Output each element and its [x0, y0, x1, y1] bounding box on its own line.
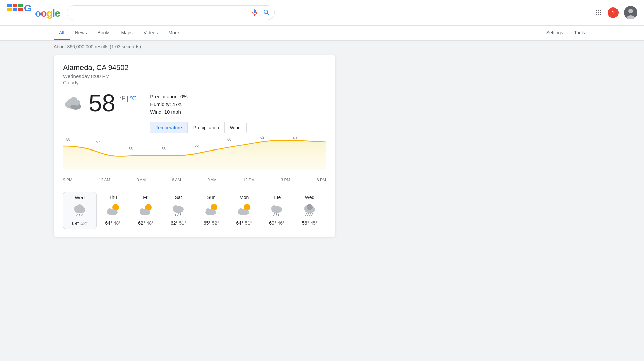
avatar-icon: [624, 6, 637, 19]
main-content: Alameda, CA 94502 Wednesday 8:00 PM Clou…: [0, 55, 644, 237]
google-logo-svg: G G: [7, 3, 38, 23]
day-low-sun: 52°: [212, 220, 219, 226]
svg-point-9: [628, 9, 633, 13]
chart-tab-precipitation[interactable]: Precipitation: [188, 122, 225, 133]
temperature-chart: 58 57 53 53 55 60 62 61: [63, 136, 326, 176]
temp-units: °F | °C: [119, 95, 137, 102]
time-label-9am: 9 AM: [208, 178, 217, 182]
notification-badge[interactable]: 1: [608, 7, 619, 18]
svg-line-40: [180, 214, 181, 216]
weather-condition: Cloudy: [63, 80, 326, 85]
chart-time-labels: 9 PM 12 AM 3 AM 6 AM 9 AM 12 PM 3 PM 6 P…: [63, 178, 326, 182]
tab-news-label: News: [75, 30, 87, 35]
day-temps-wed-next: 56° 45°: [302, 220, 317, 226]
forecast-day-wed-next[interactable]: Wed 56° 45°: [293, 192, 326, 229]
tab-tools-label: Tools: [574, 30, 585, 35]
tab-books-label: Books: [98, 30, 111, 35]
chart-tab-wind[interactable]: Wind: [225, 122, 246, 133]
day-low-tue: 46°: [277, 220, 284, 226]
day-icon-sun: [203, 202, 219, 218]
unit-fahrenheit[interactable]: °F: [119, 95, 125, 102]
tab-maps-label: Maps: [121, 30, 133, 35]
mic-icon[interactable]: [251, 9, 259, 17]
day-temps-sun: 65° 52°: [204, 220, 219, 226]
tab-videos-label: Videos: [144, 30, 158, 35]
day-name-tue: Tue: [273, 195, 281, 200]
time-label-3am: 3 AM: [137, 178, 146, 182]
time-label-12am: 12 AM: [99, 178, 110, 182]
day-icon-wed-next: [302, 202, 318, 218]
unit-celsius[interactable]: °C: [130, 95, 137, 102]
day-icon-thu: [105, 202, 121, 218]
heavy-rain-icon-wed: [302, 203, 317, 218]
svg-rect-4: [13, 8, 17, 11]
forecast-day-fri[interactable]: Fri 62° 48°: [129, 192, 162, 229]
tab-tools[interactable]: Tools: [569, 26, 590, 40]
weather-card: Alameda, CA 94502 Wednesday 8:00 PM Clou…: [54, 55, 335, 237]
svg-line-49: [274, 214, 274, 216]
tab-maps[interactable]: Maps: [116, 26, 138, 40]
search-submit-icon[interactable]: [263, 9, 271, 17]
unit-separator: |: [127, 95, 128, 102]
results-info: About 366,000,000 results (1.03 seconds): [0, 41, 644, 53]
partly-cloudy-sun-icon-mon: [237, 203, 252, 218]
user-avatar[interactable]: [624, 6, 637, 19]
day-high-wed: 69°: [72, 221, 79, 226]
tab-books[interactable]: Books: [92, 26, 116, 40]
day-high-mon: 64°: [236, 220, 243, 226]
svg-rect-0: [7, 4, 12, 7]
forecast-day-tue[interactable]: Tue 60° 46°: [261, 192, 293, 229]
day-temps-fri: 62° 48°: [138, 220, 153, 226]
time-label-6pm: 6 PM: [317, 178, 326, 182]
day-high-sun: 65°: [204, 220, 211, 226]
svg-rect-5: [18, 8, 23, 11]
day-low-wed: 52°: [80, 221, 88, 226]
time-label-3pm: 3 PM: [281, 178, 290, 182]
humidity-detail: Humidity: 47%: [150, 101, 247, 107]
chart-area: 58 57 53 53 55 60 62 61: [63, 136, 326, 182]
google-apps-icon[interactable]: [594, 9, 602, 17]
svg-line-38: [175, 214, 176, 216]
forecast-day-mon[interactable]: Mon 64° 51°: [228, 192, 261, 229]
cloudy-rain-icon: [72, 203, 87, 218]
svg-line-50: [276, 214, 277, 216]
time-label-9pm: 9 PM: [63, 178, 72, 182]
svg-point-35: [140, 208, 145, 213]
forecast-day-sun[interactable]: Sun 65° 52°: [195, 192, 228, 229]
google-text-logo: oogle: [35, 8, 60, 19]
tab-news[interactable]: News: [70, 26, 92, 40]
svg-text:62: 62: [260, 136, 264, 139]
day-low-fri: 48°: [146, 220, 153, 226]
day-icon-sat: [170, 202, 186, 218]
header: G G oogle weather 1: [0, 0, 644, 26]
svg-point-37: [173, 205, 178, 211]
tab-more[interactable]: More: [163, 26, 184, 40]
day-name-thu: Thu: [109, 195, 117, 200]
forecast-day-thu[interactable]: Thu 64° 48°: [97, 192, 129, 229]
tab-videos[interactable]: Videos: [138, 26, 163, 40]
svg-line-27: [77, 214, 77, 216]
day-name-fri: Fri: [143, 195, 148, 200]
google-logo-area[interactable]: G G oogle: [7, 3, 60, 23]
tab-all[interactable]: All: [54, 26, 70, 40]
svg-line-51: [278, 214, 279, 216]
forecast-day-sat[interactable]: Sat 62° 51°: [162, 192, 195, 229]
svg-point-32: [107, 208, 112, 213]
svg-text:61: 61: [293, 136, 297, 140]
nav-tabs: All News Books Maps Videos More Settings…: [0, 26, 644, 41]
day-icon-mon: [236, 202, 252, 218]
svg-line-56: [308, 214, 308, 216]
tab-all-label: All: [59, 30, 64, 35]
cloudy-rain-icon-tue: [269, 203, 284, 218]
svg-line-39: [178, 214, 178, 216]
tab-settings[interactable]: Settings: [541, 26, 569, 40]
chart-tab-temperature[interactable]: Temperature: [150, 122, 188, 133]
chart-tabs: Temperature Precipitation Wind: [150, 122, 247, 133]
svg-point-43: [206, 208, 210, 213]
day-name-wed-next: Wed: [305, 195, 315, 200]
tab-more-label: More: [168, 30, 179, 35]
forecast-day-wed-current[interactable]: Wed 69° 52°: [63, 192, 97, 229]
search-input[interactable]: weather: [67, 5, 275, 20]
svg-text:55: 55: [195, 143, 199, 147]
day-low-mon: 51°: [245, 220, 252, 226]
